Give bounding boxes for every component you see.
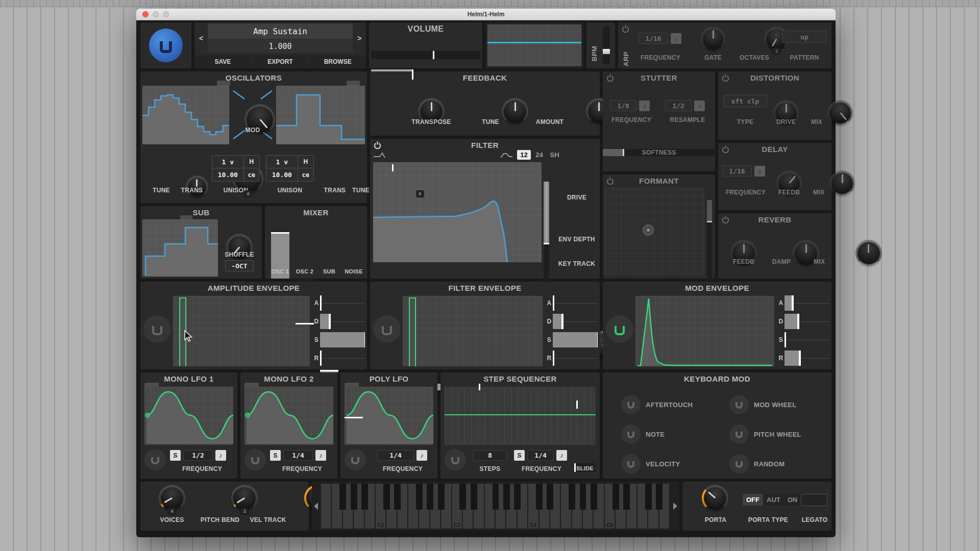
zoom-button[interactable] bbox=[163, 11, 169, 17]
filter-envelope-display[interactable] bbox=[403, 296, 543, 366]
black-key[interactable] bbox=[493, 484, 499, 510]
mono-lfo1-display[interactable] bbox=[144, 387, 233, 445]
mod-envelope-display[interactable] bbox=[635, 296, 774, 366]
formant-xy-pad[interactable] bbox=[605, 188, 705, 276]
osc2-unison-box[interactable]: 1 v H 10.00 ce bbox=[266, 155, 314, 182]
mod-envelope-mod-button[interactable] bbox=[606, 315, 633, 343]
filtenv-decay-slider[interactable] bbox=[553, 314, 598, 329]
stepseq-steps-value[interactable]: 8 bbox=[473, 450, 507, 461]
black-key[interactable] bbox=[580, 484, 586, 510]
save-button[interactable]: SAVE bbox=[194, 55, 251, 68]
random-mod-button[interactable] bbox=[729, 454, 749, 473]
porta-knob[interactable] bbox=[704, 487, 726, 509]
minimize-button[interactable] bbox=[153, 11, 159, 17]
sub-octave-button[interactable]: -OCT bbox=[225, 260, 254, 271]
mod-wheel-mod-button[interactable] bbox=[729, 395, 749, 414]
lfo2-sync-button[interactable]: S bbox=[270, 450, 281, 461]
lfo1-frequency-value[interactable]: 1/2 bbox=[183, 450, 213, 461]
filter-24db-button[interactable]: 24 bbox=[532, 150, 546, 160]
stutter-resample-note-icon[interactable]: ♪ bbox=[694, 101, 705, 111]
lfo2-frequency-value[interactable]: 1/4 bbox=[283, 450, 313, 461]
volume-slider[interactable] bbox=[371, 51, 480, 59]
porta-type-on[interactable]: ON bbox=[784, 494, 801, 506]
formant-power-icon[interactable] bbox=[606, 177, 615, 185]
lfo1-mod-button[interactable] bbox=[144, 449, 166, 470]
patch-next-button[interactable]: > bbox=[353, 22, 366, 54]
white-key[interactable] bbox=[321, 484, 331, 529]
reverb-mix-knob[interactable] bbox=[857, 242, 880, 264]
black-key[interactable] bbox=[591, 484, 597, 510]
patch-value[interactable]: 1.000 bbox=[208, 39, 353, 53]
porta-type-off[interactable]: OFF bbox=[743, 494, 763, 506]
black-key[interactable] bbox=[394, 484, 401, 510]
stepseq-sync-button[interactable]: S bbox=[514, 450, 525, 461]
bpm-slider[interactable] bbox=[603, 27, 610, 64]
arp-pattern-value[interactable]: up bbox=[782, 31, 826, 43]
helm-logo[interactable] bbox=[149, 29, 183, 62]
black-key[interactable] bbox=[339, 484, 346, 510]
filtenv-release-slider[interactable] bbox=[553, 350, 598, 366]
black-key[interactable] bbox=[612, 484, 619, 510]
window-titlebar[interactable]: Helm/1-Helm bbox=[136, 9, 836, 20]
keyboard-scroll-right-icon[interactable] bbox=[673, 503, 677, 510]
voices-knob[interactable]: 4 bbox=[161, 487, 183, 509]
amp-attack-slider[interactable] bbox=[320, 295, 365, 311]
arp-frequency-note-icon[interactable]: ♪ bbox=[671, 33, 681, 44]
mono-lfo2-display[interactable] bbox=[244, 387, 333, 445]
filter-response-display[interactable] bbox=[373, 162, 542, 262]
black-key[interactable] bbox=[459, 484, 466, 510]
patch-prev-button[interactable]: < bbox=[194, 22, 208, 54]
filter-envelope-mod-button[interactable] bbox=[373, 315, 401, 343]
delay-frequency-value[interactable]: 1/16 bbox=[722, 165, 752, 177]
black-key[interactable] bbox=[416, 484, 423, 510]
modenv-sustain-slider[interactable] bbox=[785, 332, 829, 347]
modenv-release-slider[interactable] bbox=[785, 350, 829, 366]
osc2-unison-harmonize[interactable]: H bbox=[298, 156, 313, 168]
poly-lfo-display[interactable] bbox=[345, 387, 433, 445]
pitch-bend-knob[interactable]: 2 bbox=[233, 487, 256, 509]
patch-name[interactable]: Amp Sustain bbox=[208, 23, 353, 39]
osc1-unison-box[interactable]: 1 v H 10.00 ce bbox=[212, 155, 260, 182]
black-key[interactable] bbox=[383, 484, 390, 510]
black-key[interactable] bbox=[438, 484, 445, 510]
stepseq-frequency-value[interactable]: 1/4 bbox=[527, 450, 554, 461]
lfo2-mod-button[interactable] bbox=[244, 449, 266, 470]
amp-sustain-slider[interactable] bbox=[320, 332, 365, 347]
distortion-mix-knob[interactable] bbox=[829, 102, 851, 123]
black-key[interactable] bbox=[569, 484, 575, 510]
modenv-attack-slider[interactable] bbox=[785, 295, 829, 311]
distortion-power-icon[interactable] bbox=[721, 73, 730, 82]
delay-mix-knob[interactable] bbox=[831, 172, 853, 194]
osc2-waveform-display[interactable] bbox=[276, 86, 365, 144]
browse-button[interactable]: BROWSE bbox=[309, 55, 366, 68]
osc2-unison-detune[interactable]: 10.00 bbox=[266, 168, 298, 181]
amp-release-slider[interactable] bbox=[320, 350, 365, 366]
arp-frequency-value[interactable]: 1/16 bbox=[639, 33, 668, 44]
black-key[interactable] bbox=[623, 484, 630, 510]
piano-keyboard[interactable]: C2C3C4C5 bbox=[321, 484, 670, 529]
polylfo-note-icon[interactable]: ♪ bbox=[416, 450, 427, 461]
stepseq-note-icon[interactable]: ♪ bbox=[556, 450, 567, 461]
black-key[interactable] bbox=[645, 484, 652, 510]
filtenv-attack-slider[interactable] bbox=[553, 295, 598, 311]
stutter-resample-value[interactable]: 1/2 bbox=[665, 100, 692, 111]
amp-decay-slider[interactable] bbox=[320, 314, 365, 329]
arp-gate-knob[interactable] bbox=[703, 29, 723, 49]
keyboard-scroll-left-icon[interactable] bbox=[314, 503, 318, 510]
osc1-unison-detune[interactable]: 10.00 bbox=[212, 168, 244, 181]
polylfo-mod-button[interactable] bbox=[345, 449, 366, 470]
osc2-unison-voices[interactable]: 1 v bbox=[266, 156, 298, 168]
stutter-frequency-note-icon[interactable]: ♪ bbox=[639, 101, 650, 111]
porta-type-aut[interactable]: AUT bbox=[763, 494, 784, 506]
close-button[interactable] bbox=[142, 11, 149, 17]
black-key[interactable] bbox=[471, 484, 477, 510]
filter-sh-button[interactable]: SH bbox=[548, 150, 561, 160]
filter-power-icon[interactable] bbox=[373, 141, 382, 149]
black-key[interactable] bbox=[361, 484, 368, 510]
polylfo-frequency-value[interactable]: 1/4 bbox=[377, 450, 414, 461]
black-key[interactable] bbox=[547, 484, 553, 510]
black-key[interactable] bbox=[351, 484, 357, 510]
porta-type-selector[interactable]: OFF AUT ON bbox=[743, 494, 801, 506]
black-key[interactable] bbox=[656, 484, 663, 510]
sub-waveform-display[interactable] bbox=[142, 219, 218, 277]
